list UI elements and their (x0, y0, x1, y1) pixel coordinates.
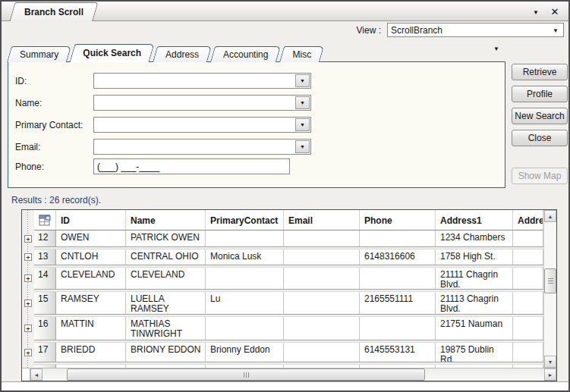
primary-contact-input[interactable] (95, 118, 294, 131)
grid-cell[interactable]: PATRICK OWEN (126, 230, 206, 246)
grid-cell[interactable] (284, 230, 360, 246)
profile-button[interactable]: Profile (512, 86, 568, 102)
grid-cell[interactable]: LUELLA RAMSEY (126, 292, 206, 314)
vertical-scrollbar[interactable]: ▲ ▼ (543, 210, 556, 368)
row-header[interactable]: 13 (34, 249, 56, 265)
table-row[interactable]: + 13 CNTLOH CENTRAL OHIO Monica Lusk 614… (34, 249, 543, 265)
grid-cell[interactable]: 2165551111 (360, 292, 436, 314)
column-header-address2[interactable]: Address2 (513, 210, 543, 230)
grid-cell[interactable] (360, 268, 436, 289)
grid-cell[interactable] (284, 292, 360, 314)
tab-quick-search[interactable]: Quick Search (72, 44, 152, 62)
close-button[interactable]: Close (512, 130, 568, 146)
row-header[interactable]: 12 (34, 230, 56, 246)
table-row[interactable]: + 16 MATTIN MATHIAS TINWRIGHT 21751 Naum… (34, 317, 543, 340)
grid-cell[interactable] (206, 230, 284, 246)
primary-contact-combo[interactable]: ▼ (93, 117, 311, 133)
grid-cell[interactable]: 1758 High St. (436, 249, 513, 265)
tab-overflow-icon[interactable]: ▼ (493, 45, 499, 52)
row-header[interactable]: 17 (34, 343, 56, 362)
table-row[interactable]: + 14 CLEVELAND CLEVELAND 21111 Chagrin B… (34, 268, 543, 289)
column-header-name[interactable]: Name (126, 210, 206, 230)
grid-cell[interactable] (513, 268, 543, 289)
grid-cell[interactable]: CNTLOH (56, 249, 126, 265)
grid-cell[interactable]: CLEVELAND (56, 268, 126, 289)
grid-cell[interactable]: 6148316606 (360, 249, 436, 265)
grid-cell[interactable] (513, 343, 543, 362)
view-dropdown[interactable]: ScrollBranch ▼ (387, 23, 564, 37)
expand-icon[interactable]: + (24, 274, 32, 282)
grid-cell[interactable] (360, 317, 436, 340)
expand-icon[interactable]: + (24, 253, 32, 261)
tab-misc[interactable]: Misc (282, 46, 322, 62)
grid-cell[interactable]: Brionny Eddon (206, 343, 284, 362)
grid-cell[interactable] (206, 317, 284, 340)
column-header-id[interactable]: ID (56, 210, 126, 230)
grid-cell[interactable] (513, 249, 543, 265)
scroll-left-icon[interactable]: ◄ (30, 368, 43, 381)
tab-accounting[interactable]: Accounting (213, 46, 279, 62)
column-header-primarycontact[interactable]: PrimaryContact (206, 210, 284, 230)
grid-cell[interactable]: 19875 Dublin Rd. (436, 343, 513, 362)
horizontal-scrollbar[interactable]: ◄ ► (22, 368, 556, 381)
grid-cell[interactable]: CLEVELAND (126, 268, 206, 289)
column-header-address1[interactable]: Address1 (436, 210, 513, 230)
grid-cell[interactable]: Lu (206, 292, 284, 314)
grid-cell[interactable] (360, 230, 436, 246)
dropdown-arrow-icon[interactable]: ▼ (553, 27, 559, 34)
grid-cell[interactable]: 21111 Chagrin Blvd. (436, 268, 513, 289)
grid-cell[interactable]: CENTRAL OHIO (126, 249, 206, 265)
email-combo[interactable]: ▼ (93, 139, 311, 155)
name-combo[interactable]: ▼ (93, 95, 311, 111)
new-search-button[interactable]: New Search (512, 108, 568, 124)
email-input[interactable] (95, 140, 294, 153)
row-header[interactable]: 15 (34, 292, 56, 314)
tab-address[interactable]: Address (155, 46, 209, 62)
grid-cell[interactable]: 21113 Chagrin Blvd. (436, 292, 513, 314)
grid-cell[interactable]: RAMSEY (56, 292, 126, 314)
scroll-up-icon[interactable]: ▲ (544, 210, 556, 222)
grid-cell[interactable] (513, 317, 543, 340)
show-map-button[interactable]: Show Map (512, 168, 568, 184)
grid-cell[interactable]: BRIEDD (56, 343, 126, 362)
grid-cell[interactable] (513, 292, 543, 314)
expand-icon[interactable]: + (24, 235, 32, 243)
horizontal-scroll-thumb[interactable] (67, 368, 425, 381)
dropdown-arrow-icon[interactable]: ▼ (295, 118, 310, 131)
grid-cell[interactable]: OWEN (56, 230, 126, 246)
expand-icon[interactable]: + (24, 325, 32, 332)
column-header-email[interactable]: Email (284, 210, 360, 230)
dropdown-arrow-icon[interactable]: ▼ (295, 96, 310, 109)
grid-cell[interactable] (513, 230, 543, 246)
grid-cell[interactable] (284, 317, 360, 340)
phone-input[interactable] (93, 158, 290, 174)
grid-cell[interactable]: MATTIN (56, 317, 126, 340)
window-title-tab[interactable]: Branch Scroll (12, 2, 96, 21)
select-all-button[interactable] (34, 210, 56, 230)
grid-cell[interactable]: 21751 Nauman (436, 317, 513, 340)
grid-cell[interactable]: MATHIAS TINWRIGHT (126, 317, 206, 340)
grid-cell[interactable] (284, 268, 360, 289)
expand-icon[interactable]: + (24, 299, 32, 307)
grid-cell[interactable]: BRIONY EDDON (126, 343, 206, 362)
expand-icon[interactable]: + (24, 349, 32, 356)
dropdown-arrow-icon[interactable]: ▼ (295, 140, 310, 153)
close-icon[interactable]: ✕ (548, 5, 562, 18)
column-header-phone[interactable]: Phone (360, 210, 436, 230)
vertical-scroll-thumb[interactable] (544, 268, 556, 293)
grid-cell[interactable]: Monica Lusk (206, 249, 284, 265)
row-header[interactable]: 14 (34, 268, 56, 289)
id-combo[interactable]: ▼ (93, 73, 311, 89)
horizontal-scroll-track[interactable] (43, 368, 544, 381)
row-header[interactable]: 16 (34, 317, 56, 340)
table-row[interactable]: + 15 RAMSEY LUELLA RAMSEY Lu 2165551111 … (34, 292, 543, 314)
table-row[interactable]: + 12 OWEN PATRICK OWEN 1234 Chambers (34, 230, 543, 246)
scroll-right-icon[interactable]: ► (544, 368, 556, 381)
table-row[interactable]: + 17 BRIEDD BRIONY EDDON Brionny Eddon 6… (34, 343, 543, 362)
retrieve-button[interactable]: Retrieve (512, 64, 568, 80)
vertical-scroll-track[interactable] (544, 222, 556, 356)
name-input[interactable] (95, 96, 294, 109)
grid-cell[interactable]: 6145553131 (360, 343, 436, 362)
tab-summary[interactable]: Summary (9, 46, 69, 62)
grid-cell[interactable] (284, 343, 360, 362)
